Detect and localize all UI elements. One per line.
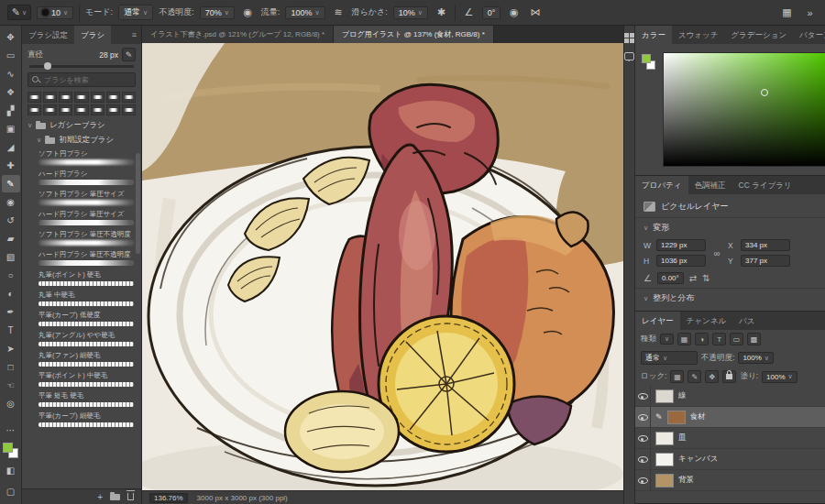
filter-shape-icon[interactable]: ▭ bbox=[730, 333, 743, 345]
filter-smart-object-icon[interactable]: ▩ bbox=[747, 333, 761, 345]
brush-preset[interactable]: ソフト円ブラシ bbox=[33, 148, 141, 168]
recent-brush[interactable] bbox=[106, 104, 120, 115]
brush-preset[interactable]: 丸筆(ファン) 細硬毛 bbox=[33, 349, 141, 369]
lock-transparency-icon[interactable]: ▦ bbox=[670, 370, 684, 383]
tab-channels[interactable]: チャンネル bbox=[680, 312, 733, 330]
document-tab-active[interactable]: ブログ用イラスト @ 137% (食材, RGB/8) * bbox=[334, 26, 494, 43]
brush-preset[interactable]: ハード円ブラシ bbox=[33, 168, 141, 188]
tab-cc-libraries[interactable]: CC ライブラリ bbox=[732, 176, 798, 194]
delete-brush-icon[interactable] bbox=[127, 493, 134, 500]
current-tool-icon[interactable]: ✎ ∨ bbox=[7, 5, 31, 20]
screen-mode-icon[interactable]: ▢ bbox=[2, 483, 20, 500]
tab-properties[interactable]: プロパティ bbox=[635, 176, 688, 194]
color-marker[interactable] bbox=[761, 89, 768, 96]
healing-brush-tool[interactable]: ✚ bbox=[2, 157, 20, 174]
flip-vertical-icon[interactable]: ⇅ bbox=[702, 273, 710, 283]
recent-brush[interactable] bbox=[28, 92, 41, 103]
brush-tool[interactable]: ✎ bbox=[2, 175, 20, 192]
chevron-down-icon[interactable]: ∨ bbox=[37, 137, 41, 144]
canvas-artwork[interactable] bbox=[142, 43, 623, 490]
chevron-down-icon[interactable]: ∨ bbox=[28, 122, 32, 129]
brush-preset[interactable]: 平筆(カーブ) 低硬度 bbox=[33, 309, 141, 329]
brush-search-input[interactable] bbox=[44, 76, 131, 84]
color-panel-dock-icon[interactable] bbox=[624, 33, 634, 43]
fg-bg-mini-swatches[interactable] bbox=[642, 52, 657, 167]
layer-row-food[interactable]: ✎ 食材 bbox=[635, 407, 825, 428]
foreground-color-swatch[interactable] bbox=[642, 54, 651, 63]
zoom-level-field[interactable]: 136.76% bbox=[149, 493, 188, 503]
filter-type-icon[interactable]: T bbox=[712, 333, 726, 345]
layer-thumbnail[interactable] bbox=[655, 389, 674, 403]
tab-patterns[interactable]: パターン bbox=[793, 26, 825, 44]
foreground-background-swatches[interactable] bbox=[3, 443, 18, 458]
foreground-color-swatch[interactable] bbox=[3, 443, 13, 453]
tab-layers[interactable]: レイヤー bbox=[635, 312, 680, 330]
brush-angle-field[interactable]: 0° bbox=[482, 6, 501, 19]
layer-opacity-field[interactable]: 100%∨ bbox=[738, 352, 774, 364]
type-tool[interactable]: T bbox=[2, 322, 20, 339]
tab-brushes[interactable]: ブラシ bbox=[74, 26, 111, 44]
layer-thumbnail[interactable] bbox=[655, 432, 674, 445]
path-selection-tool[interactable]: ➤ bbox=[2, 340, 20, 357]
quick-selection-tool[interactable]: ❖ bbox=[2, 83, 20, 101]
recent-brush[interactable] bbox=[59, 92, 72, 103]
brush-preset[interactable]: ソフト円ブラシ 筆圧不透明度 bbox=[33, 228, 141, 248]
width-field[interactable]: 1229 px bbox=[656, 239, 706, 251]
brush-preset[interactable]: 平筆(カーブ) 細硬毛 bbox=[33, 410, 141, 430]
lock-paint-icon[interactable]: ✎ bbox=[688, 370, 701, 383]
hand-tool[interactable]: ☜ bbox=[2, 377, 20, 394]
pressure-size-icon[interactable]: ◉ bbox=[506, 5, 522, 20]
brush-preset[interactable]: ハード円ブラシ 筆圧不透明度 bbox=[33, 248, 141, 268]
frame-tool[interactable]: ▣ bbox=[2, 120, 20, 137]
folder-default-brushes[interactable]: ∨ 初期設定ブラシ bbox=[22, 133, 141, 148]
layer-row-line[interactable]: 線 bbox=[635, 386, 825, 407]
new-group-icon[interactable] bbox=[110, 494, 120, 500]
align-section-header[interactable]: ∨ 整列と分布 bbox=[635, 289, 825, 308]
workspace-switcher-icon[interactable]: ▦ bbox=[779, 5, 795, 20]
clone-stamp-tool[interactable]: ◉ bbox=[2, 193, 20, 211]
recent-brush[interactable] bbox=[91, 104, 104, 115]
mode-select[interactable]: 通常 ∨ bbox=[118, 5, 153, 20]
recent-brush[interactable] bbox=[59, 104, 72, 115]
layer-row-background[interactable]: 背景 bbox=[635, 470, 825, 491]
recent-brush[interactable] bbox=[43, 92, 57, 103]
recent-brush[interactable] bbox=[74, 92, 88, 103]
layer-row-canvas[interactable]: キャンバス bbox=[635, 449, 825, 470]
pressure-opacity-icon[interactable]: ◉ bbox=[240, 5, 256, 20]
visibility-toggle[interactable] bbox=[635, 407, 651, 427]
brush-preset-picker[interactable]: 10 ∨ bbox=[37, 6, 73, 19]
eyedropper-tool[interactable]: ◢ bbox=[2, 138, 20, 156]
eraser-tool[interactable]: ▰ bbox=[2, 230, 20, 247]
flip-horizontal-icon[interactable]: ⇄ bbox=[689, 273, 697, 283]
height-field[interactable]: 1036 px bbox=[656, 255, 706, 267]
symmetry-icon[interactable]: ⋈ bbox=[527, 5, 543, 20]
tab-color[interactable]: カラー bbox=[635, 26, 672, 44]
visibility-toggle[interactable] bbox=[635, 386, 651, 406]
lock-position-icon[interactable]: ✥ bbox=[705, 370, 719, 383]
diameter-slider-knob[interactable] bbox=[44, 62, 51, 70]
transform-section-header[interactable]: ∨ 変形 bbox=[635, 218, 825, 237]
tab-paths[interactable]: パス bbox=[732, 312, 761, 330]
recent-brush[interactable] bbox=[74, 104, 88, 115]
recent-brush[interactable] bbox=[28, 104, 41, 115]
brush-preset[interactable]: 丸筆(ポイント) 硬毛 bbox=[33, 268, 141, 289]
rotation-field[interactable]: 0.00° bbox=[657, 272, 684, 284]
panel-menu-icon[interactable]: ≡ bbox=[132, 30, 137, 39]
layer-thumbnail[interactable] bbox=[667, 411, 686, 424]
tab-gradients[interactable]: グラデーション bbox=[724, 26, 793, 44]
visibility-toggle[interactable] bbox=[635, 428, 651, 448]
blur-tool[interactable]: ○ bbox=[2, 267, 20, 284]
crop-tool[interactable]: ▞ bbox=[2, 102, 20, 119]
quick-mask-icon[interactable]: ◧ bbox=[2, 462, 20, 479]
move-tool[interactable]: ✥ bbox=[2, 28, 20, 46]
folder-legacy-brushes[interactable]: ∨ レガシーブラシ bbox=[22, 118, 141, 133]
y-position-field[interactable]: 377 px bbox=[741, 255, 790, 267]
x-position-field[interactable]: 334 px bbox=[741, 239, 790, 251]
pen-tool[interactable]: ✒ bbox=[2, 303, 20, 321]
smoothing-gear-icon[interactable]: ✱ bbox=[434, 5, 449, 20]
lasso-tool[interactable]: ∿ bbox=[2, 65, 20, 82]
brush-preset[interactable]: ソフト円ブラシ 筆圧サイズ bbox=[33, 188, 141, 208]
layer-thumbnail[interactable] bbox=[655, 453, 674, 466]
filter-type-select[interactable]: ∨ bbox=[660, 334, 674, 345]
saturation-brightness-field[interactable] bbox=[663, 52, 825, 167]
